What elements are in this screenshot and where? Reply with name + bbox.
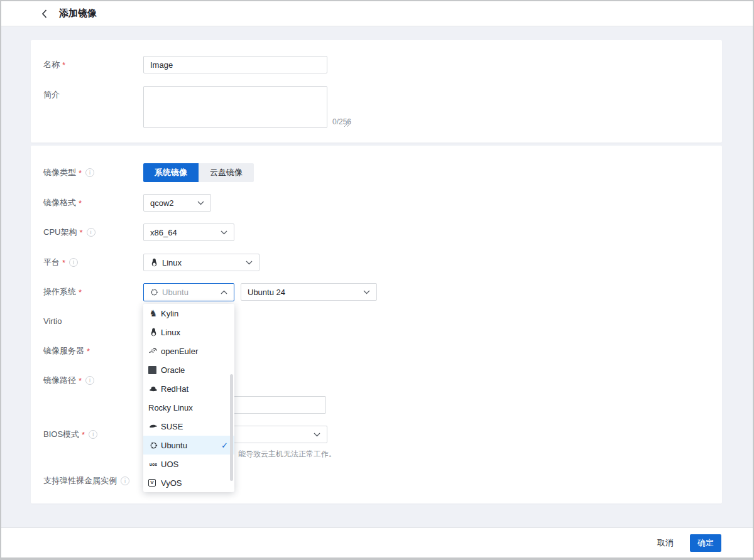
image-server-row: 镜像服务器 * <box>31 342 722 360</box>
page-title: 添加镜像 <box>59 8 97 19</box>
platform-value: Linux <box>162 258 182 267</box>
platform-row: 平台 * i Linux <box>31 254 722 271</box>
oracle-icon <box>148 366 156 374</box>
os-version-value: Ubuntu 24 <box>248 288 285 297</box>
back-button[interactable] <box>38 8 50 20</box>
name-label: 名称 <box>43 59 60 70</box>
virtio-row: Virtio <box>31 312 722 330</box>
os-option-openeuler[interactable]: openEuler <box>143 342 234 360</box>
info-icon[interactable]: i <box>89 430 97 439</box>
image-type-option-system[interactable]: 系统镜像 <box>143 163 199 182</box>
os-option-label: Linux <box>161 328 180 337</box>
confirm-button[interactable]: 确定 <box>690 534 721 552</box>
image-format-select[interactable]: qcow2 <box>143 194 211 212</box>
chevron-down-icon <box>314 433 320 437</box>
info-icon[interactable]: i <box>87 228 96 237</box>
cpu-arch-label: CPU架构 <box>43 227 77 238</box>
chevron-up-icon <box>221 290 227 294</box>
os-version-select[interactable]: Ubuntu 24 <box>241 283 377 301</box>
uos-icon: uos <box>148 459 158 469</box>
platform-select[interactable]: Linux <box>143 254 260 271</box>
name-input[interactable] <box>143 56 327 73</box>
os-select[interactable]: Ubuntu <box>143 283 234 301</box>
linux-tux-icon <box>150 258 158 267</box>
image-path-label: 镜像路径 <box>43 375 76 386</box>
image-format-row: 镜像格式 * qcow2 <box>31 194 722 212</box>
main-content: 名称 * 简介 0/256 <box>1 26 753 527</box>
action-footer: 取消 确定 <box>1 527 753 557</box>
os-option-label: openEuler <box>161 347 198 356</box>
dropdown-scrollbar[interactable] <box>230 374 233 481</box>
os-row: 操作系统 * Ubuntu <box>31 283 722 301</box>
linux-tux-icon <box>148 327 158 337</box>
image-type-segmented: 系统镜像 云盘镜像 <box>143 163 254 182</box>
info-icon[interactable]: i <box>85 376 94 385</box>
image-format-value: qcow2 <box>150 198 174 208</box>
char-counter: 0/256 <box>332 117 351 126</box>
ubuntu-icon <box>148 440 158 450</box>
info-icon[interactable]: i <box>85 168 94 177</box>
bare-metal-label: 支持弹性裸金属实例 <box>43 475 117 487</box>
os-option-label: RedHat <box>161 384 188 394</box>
platform-label: 平台 <box>43 257 60 268</box>
os-option-suse[interactable]: SUSE <box>143 417 234 436</box>
os-option-ubuntu[interactable]: Ubuntu ✓ <box>143 436 234 455</box>
os-option-linux[interactable]: Linux <box>143 323 234 342</box>
virtio-label: Virtio <box>43 316 62 326</box>
os-option-redhat[interactable]: RedHat <box>143 379 234 398</box>
info-icon[interactable]: i <box>121 477 129 485</box>
image-type-label: 镜像类型 <box>43 167 76 178</box>
os-option-rocky-linux[interactable]: Rocky Linux <box>143 398 234 417</box>
os-option-uos[interactable]: uos UOS <box>143 455 234 473</box>
image-config-card: 镜像类型 * i 系统镜像 云盘镜像 镜像格式 * qcow2 <box>31 146 722 503</box>
info-icon[interactable]: i <box>69 258 78 267</box>
os-option-label: UOS <box>161 460 178 469</box>
os-option-vyos[interactable]: V VyOS <box>143 473 234 492</box>
image-type-option-disk[interactable]: 云盘镜像 <box>199 163 254 182</box>
os-dropdown-panel: ♞ Kylin Linux <box>143 304 234 492</box>
image-type-row: 镜像类型 * i 系统镜像 云盘镜像 <box>31 163 722 182</box>
openeuler-icon <box>148 346 158 356</box>
bios-mode-label: BIOS模式 <box>43 429 79 440</box>
chevron-down-icon <box>221 230 227 235</box>
basic-info-card: 名称 * 简介 0/256 <box>31 40 722 143</box>
chevron-left-icon <box>41 9 47 18</box>
os-option-oracle[interactable]: Oracle <box>143 360 234 379</box>
bare-metal-row: 支持弹性裸金属实例 i <box>31 472 722 490</box>
cpu-arch-select[interactable]: x86_64 <box>143 223 234 241</box>
required-mark: * <box>79 288 82 297</box>
required-mark: * <box>79 168 82 178</box>
vyos-icon: V <box>148 479 156 487</box>
cancel-button[interactable]: 取消 <box>657 537 674 549</box>
description-label: 简介 <box>43 89 60 100</box>
image-path-row: 镜像路径 * i <box>31 372 722 414</box>
chevron-down-icon <box>363 290 370 294</box>
check-icon: ✓ <box>221 441 228 450</box>
image-server-label: 镜像服务器 <box>43 345 84 357</box>
os-option-label: VyOS <box>161 478 182 488</box>
page-header: 添加镜像 <box>1 1 753 26</box>
required-mark: * <box>79 376 82 385</box>
os-option-label: SUSE <box>161 422 183 431</box>
chevron-down-icon <box>246 261 253 265</box>
required-mark: * <box>62 60 65 70</box>
suse-icon <box>148 421 158 431</box>
description-textarea[interactable] <box>143 86 327 128</box>
required-mark: * <box>87 347 90 356</box>
cpu-arch-row: CPU架构 * i x86_64 <box>31 223 722 241</box>
os-option-kylin[interactable]: ♞ Kylin <box>143 304 234 323</box>
required-mark: * <box>79 228 82 237</box>
bios-mode-row: BIOS模式 * i 能导致云主机无法正常工作。 <box>31 426 722 460</box>
chevron-down-icon <box>197 201 204 205</box>
kylin-icon: ♞ <box>148 308 158 318</box>
ubuntu-icon <box>150 288 158 296</box>
os-placeholder: Ubuntu <box>162 288 188 297</box>
os-option-label: Rocky Linux <box>148 403 193 412</box>
cpu-arch-value: x86_64 <box>150 228 177 237</box>
description-row: 简介 0/256 <box>31 86 722 128</box>
required-mark: * <box>82 430 85 439</box>
bios-mode-help-text: 能导致云主机无法正常工作。 <box>238 448 336 460</box>
os-label: 操作系统 <box>43 286 76 298</box>
add-image-page: 添加镜像 名称 * 简介 0/256 <box>0 0 754 560</box>
redhat-icon <box>148 384 158 394</box>
